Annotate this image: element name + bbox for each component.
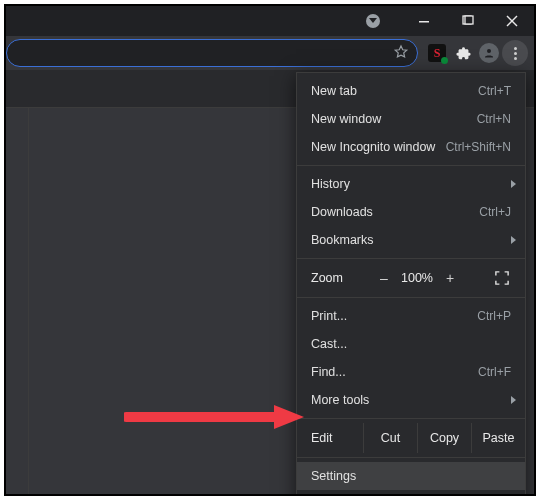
edit-label: Edit	[311, 431, 363, 445]
menu-help[interactable]: Help	[297, 490, 525, 496]
extension-s-icon[interactable]: S	[424, 40, 450, 66]
paste-button[interactable]: Paste	[471, 423, 525, 453]
chevron-right-icon	[511, 233, 517, 247]
menu-label: More tools	[311, 393, 511, 407]
fullscreen-icon[interactable]	[489, 271, 515, 285]
menu-separator	[297, 258, 525, 259]
menu-shortcut: Ctrl+F	[478, 365, 511, 379]
menu-label: Find...	[311, 365, 478, 379]
zoom-value: 100%	[397, 271, 437, 285]
menu-shortcut: Ctrl+Shift+N	[446, 140, 511, 154]
menu-cast[interactable]: Cast...	[297, 330, 525, 358]
menu-label: New tab	[311, 84, 478, 98]
menu-new-window[interactable]: New window Ctrl+N	[297, 105, 525, 133]
menu-edit-row: Edit Cut Copy Paste	[297, 423, 525, 453]
tab-search-icon[interactable]	[366, 14, 380, 28]
menu-shortcut: Ctrl+T	[478, 84, 511, 98]
more-menu-button[interactable]	[502, 40, 528, 66]
menu-find[interactable]: Find... Ctrl+F	[297, 358, 525, 386]
content-divider	[28, 108, 29, 496]
menu-label: Print...	[311, 309, 477, 323]
menu-zoom-row: Zoom – 100% +	[297, 263, 525, 293]
toolbar: S	[6, 36, 534, 70]
profile-avatar[interactable]	[476, 40, 502, 66]
minimize-button[interactable]	[402, 6, 446, 36]
chevron-right-icon	[511, 393, 517, 407]
menu-separator	[297, 457, 525, 458]
menu-label: Settings	[311, 469, 511, 483]
menu-label: Cast...	[311, 337, 511, 351]
menu-separator	[297, 297, 525, 298]
menu-label: Bookmarks	[311, 233, 511, 247]
menu-label: New Incognito window	[311, 140, 446, 154]
titlebar	[6, 6, 534, 36]
zoom-out-button[interactable]: –	[371, 270, 397, 286]
menu-label: History	[311, 177, 511, 191]
menu-print[interactable]: Print... Ctrl+P	[297, 302, 525, 330]
zoom-in-button[interactable]: +	[437, 270, 463, 286]
svg-rect-0	[419, 21, 429, 23]
menu-separator	[297, 418, 525, 419]
menu-shortcut: Ctrl+J	[479, 205, 511, 219]
star-icon[interactable]	[393, 44, 409, 63]
menu-separator	[297, 165, 525, 166]
browser-window: S New tab Ctrl+T New window Ctrl+N New I…	[4, 4, 536, 496]
menu-incognito[interactable]: New Incognito window Ctrl+Shift+N	[297, 133, 525, 161]
menu-downloads[interactable]: Downloads Ctrl+J	[297, 198, 525, 226]
menu-more-tools[interactable]: More tools	[297, 386, 525, 414]
address-bar[interactable]	[6, 39, 418, 67]
menu-history[interactable]: History	[297, 170, 525, 198]
close-button[interactable]	[490, 6, 534, 36]
menu-shortcut: Ctrl+N	[477, 112, 511, 126]
menu-new-tab[interactable]: New tab Ctrl+T	[297, 77, 525, 105]
chrome-menu: New tab Ctrl+T New window Ctrl+N New Inc…	[296, 72, 526, 496]
menu-shortcut: Ctrl+P	[477, 309, 511, 323]
zoom-label: Zoom	[311, 271, 371, 285]
chevron-right-icon	[511, 177, 517, 191]
cut-button[interactable]: Cut	[363, 423, 417, 453]
menu-settings[interactable]: Settings	[297, 462, 525, 490]
svg-rect-2	[465, 16, 473, 24]
menu-bookmarks[interactable]: Bookmarks	[297, 226, 525, 254]
copy-button[interactable]: Copy	[417, 423, 471, 453]
menu-label: New window	[311, 112, 477, 126]
svg-point-5	[487, 49, 491, 53]
maximize-button[interactable]	[446, 6, 490, 36]
menu-label: Downloads	[311, 205, 479, 219]
extensions-icon[interactable]	[450, 40, 476, 66]
